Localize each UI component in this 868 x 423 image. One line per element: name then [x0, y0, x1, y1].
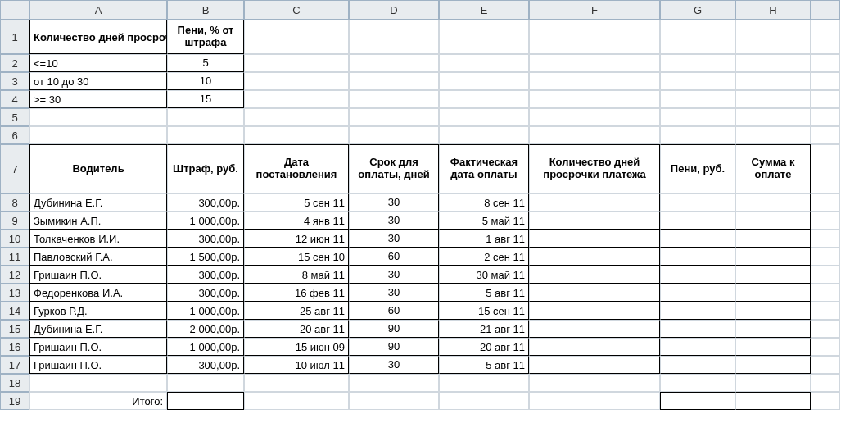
table-cell-r15-c6[interactable] [660, 320, 735, 338]
empty[interactable] [529, 72, 660, 90]
empty[interactable] [735, 20, 811, 54]
table-cell-r13-c0[interactable]: Федоренкова И.А. [29, 284, 167, 302]
top-row-a-3[interactable]: от 10 до 30 [29, 72, 167, 90]
table-cell-r10-c1[interactable]: 300,00р. [167, 230, 244, 248]
table-cell-r8-c2[interactable]: 5 сен 11 [244, 193, 349, 212]
empty[interactable] [439, 392, 529, 410]
empty[interactable] [660, 90, 735, 108]
table-cell-r8-c4[interactable]: 8 сен 11 [439, 193, 529, 212]
empty[interactable] [529, 90, 660, 108]
col-header-H[interactable]: H [735, 0, 811, 20]
table-cell-r14-c2[interactable]: 25 авг 11 [244, 302, 349, 320]
empty[interactable] [167, 126, 244, 144]
empty[interactable] [439, 90, 529, 108]
row-header-19[interactable]: 19 [0, 392, 29, 410]
table-cell-r13-c7[interactable] [735, 284, 811, 302]
top-row-b-4[interactable]: 15 [167, 90, 244, 108]
table-cell-r13-c4[interactable]: 5 авг 11 [439, 284, 529, 302]
table-cell-r8-c6[interactable] [660, 193, 735, 212]
top-row-b-3[interactable]: 10 [167, 72, 244, 90]
table-cell-r15-c7[interactable] [735, 320, 811, 338]
row-header-7[interactable]: 7 [0, 144, 29, 193]
table-cell-r14-c3[interactable]: 60 [349, 302, 439, 320]
table-cell-r10-c0[interactable]: Толкаченков И.И. [29, 230, 167, 248]
col-header-F[interactable]: F [529, 0, 660, 20]
empty[interactable] [660, 54, 735, 72]
empty[interactable] [244, 108, 349, 126]
empty[interactable] [735, 374, 811, 392]
table-cell-r17-c4[interactable]: 5 авг 11 [439, 356, 529, 374]
spreadsheet-grid[interactable]: ABCDEFGH1Количество дней просрочки плате… [0, 0, 868, 410]
row-header-14[interactable]: 14 [0, 302, 29, 320]
table-cell-r11-c1[interactable]: 1 500,00р. [167, 248, 244, 266]
top-row-a-2[interactable]: <=10 [29, 54, 167, 72]
empty[interactable] [660, 108, 735, 126]
table-cell-r15-c3[interactable]: 90 [349, 320, 439, 338]
empty[interactable] [660, 374, 735, 392]
row-header-9[interactable]: 9 [0, 212, 29, 230]
footer-total-g[interactable] [660, 392, 735, 410]
table-cell-r10-c7[interactable] [735, 230, 811, 248]
table-cell-r12-c4[interactable]: 30 май 11 [439, 266, 529, 284]
row-header-18[interactable]: 18 [0, 374, 29, 392]
table-cell-r17-c3[interactable]: 30 [349, 356, 439, 374]
row-header-5[interactable]: 5 [0, 108, 29, 126]
table-cell-r16-c6[interactable] [660, 338, 735, 356]
table-cell-r12-c7[interactable] [735, 266, 811, 284]
table-cell-r16-c3[interactable]: 90 [349, 338, 439, 356]
row-header-6[interactable]: 6 [0, 126, 29, 144]
row-header-1[interactable]: 1 [0, 20, 29, 54]
table-cell-r17-c2[interactable]: 10 июл 11 [244, 356, 349, 374]
table-cell-r16-c5[interactable] [529, 338, 660, 356]
empty[interactable] [244, 54, 349, 72]
empty[interactable] [349, 108, 439, 126]
table-cell-r12-c3[interactable]: 30 [349, 266, 439, 284]
empty[interactable] [529, 374, 660, 392]
table-cell-r12-c0[interactable]: Гришаин П.О. [29, 266, 167, 284]
empty[interactable] [349, 392, 439, 410]
table-cell-r9-c6[interactable] [660, 212, 735, 230]
table-cell-r10-c3[interactable]: 30 [349, 230, 439, 248]
table-cell-r15-c2[interactable]: 20 авг 11 [244, 320, 349, 338]
empty[interactable] [529, 108, 660, 126]
table-cell-r8-c5[interactable] [529, 193, 660, 212]
row-header-15[interactable]: 15 [0, 320, 29, 338]
table-cell-r15-c0[interactable]: Дубинина Е.Г. [29, 320, 167, 338]
table-cell-r11-c2[interactable]: 15 сен 10 [244, 248, 349, 266]
table-cell-r11-c4[interactable]: 2 сен 11 [439, 248, 529, 266]
empty[interactable] [29, 374, 167, 392]
empty[interactable] [349, 90, 439, 108]
table-cell-r12-c2[interactable]: 8 май 11 [244, 266, 349, 284]
row-header-2[interactable]: 2 [0, 54, 29, 72]
col-header-B[interactable]: B [167, 0, 244, 20]
row-header-17[interactable]: 17 [0, 356, 29, 374]
table-cell-r13-c3[interactable]: 30 [349, 284, 439, 302]
table-cell-r8-c7[interactable] [735, 193, 811, 212]
table-cell-r11-c7[interactable] [735, 248, 811, 266]
empty[interactable] [244, 374, 349, 392]
empty[interactable] [244, 90, 349, 108]
table-cell-r11-c5[interactable] [529, 248, 660, 266]
row-header-16[interactable]: 16 [0, 338, 29, 356]
table-cell-r16-c1[interactable]: 1 000,00р. [167, 338, 244, 356]
col-header-C[interactable]: C [244, 0, 349, 20]
empty[interactable] [439, 54, 529, 72]
table-cell-r14-c6[interactable] [660, 302, 735, 320]
table-cell-r16-c7[interactable] [735, 338, 811, 356]
table-cell-r9-c3[interactable]: 30 [349, 212, 439, 230]
table-cell-r10-c6[interactable] [660, 230, 735, 248]
table-cell-r11-c3[interactable]: 60 [349, 248, 439, 266]
col-header-D[interactable]: D [349, 0, 439, 20]
table-cell-r8-c1[interactable]: 300,00р. [167, 193, 244, 212]
top-row-b-2[interactable]: 5 [167, 54, 244, 72]
col-header-G[interactable]: G [660, 0, 735, 20]
table-cell-r10-c4[interactable]: 1 авг 11 [439, 230, 529, 248]
table-cell-r12-c6[interactable] [660, 266, 735, 284]
table-cell-r14-c7[interactable] [735, 302, 811, 320]
table-cell-r14-c0[interactable]: Гурков Р.Д. [29, 302, 167, 320]
empty[interactable] [529, 392, 660, 410]
table-cell-r16-c0[interactable]: Гришаин П.О. [29, 338, 167, 356]
table-cell-r16-c2[interactable]: 15 июн 09 [244, 338, 349, 356]
table-cell-r9-c0[interactable]: Зымикин А.П. [29, 212, 167, 230]
empty[interactable] [349, 20, 439, 54]
